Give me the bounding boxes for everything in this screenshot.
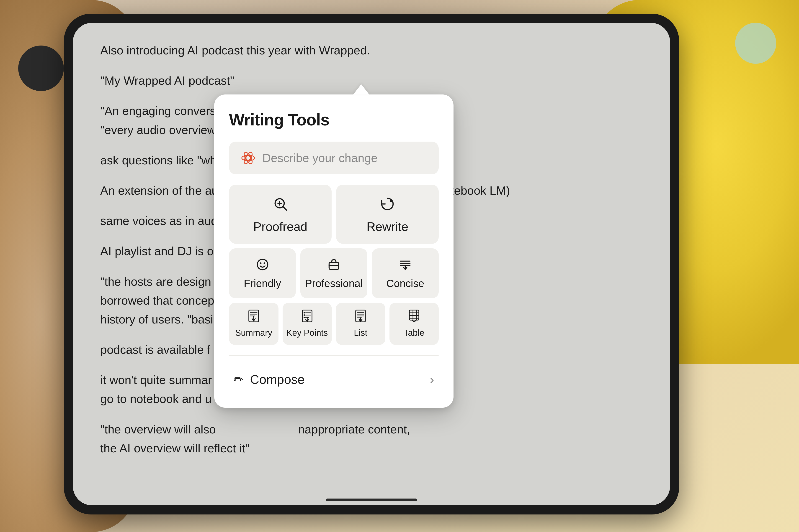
rewrite-icon (379, 196, 395, 214)
friendly-label: Friendly (244, 277, 281, 289)
tablet-screen: Also introducing AI podcast this year wi… (73, 23, 670, 505)
proofread-icon (272, 196, 288, 214)
svg-point-28 (304, 317, 305, 318)
tools-row-1: Proofread Rewrite (229, 185, 439, 244)
rewrite-button[interactable]: Rewrite (336, 185, 439, 244)
list-button[interactable]: List (336, 303, 385, 345)
table-label: Table (404, 327, 424, 339)
list-label: List (354, 327, 367, 339)
svg-point-10 (260, 263, 261, 264)
proofread-button[interactable]: Proofread (229, 185, 332, 244)
key-points-button[interactable]: Key Points (283, 303, 332, 345)
home-indicator (326, 498, 417, 501)
svg-line-5 (283, 207, 287, 210)
concise-icon (399, 258, 412, 273)
popup-title: Writing Tools (229, 110, 439, 129)
popup-caret (353, 84, 369, 94)
svg-point-8 (390, 200, 393, 202)
compose-chevron-icon: › (430, 372, 434, 387)
table-icon (408, 309, 420, 324)
apple-intelligence-icon (240, 150, 256, 166)
svg-point-0 (246, 156, 251, 160)
key-points-label: Key Points (287, 327, 328, 339)
divider (229, 355, 439, 356)
compose-button[interactable]: ✏ Compose › (229, 365, 439, 394)
proofread-label: Proofread (253, 220, 307, 233)
friendly-button[interactable]: Friendly (229, 248, 296, 298)
svg-point-24 (304, 312, 305, 314)
popup-card: Writing Tools Describe your change (214, 94, 454, 408)
tools-row-2: Friendly Professional (229, 248, 439, 298)
tools-row-3: Summary (229, 303, 439, 345)
summary-label: Summary (235, 327, 272, 339)
tools-grid: Proofread Rewrite (229, 185, 439, 345)
compose-left: ✏ Compose (234, 372, 305, 387)
compose-pencil-icon: ✏ (234, 373, 243, 386)
tablet-device: Also introducing AI podcast this year wi… (64, 14, 679, 514)
professional-label: Professional (305, 277, 363, 289)
svg-point-9 (257, 259, 268, 270)
concise-button[interactable]: Concise (372, 248, 439, 298)
key-points-icon (302, 309, 313, 324)
svg-point-11 (264, 263, 265, 264)
concise-label: Concise (386, 277, 424, 289)
svg-point-26 (304, 315, 305, 316)
rewrite-label: Rewrite (366, 220, 408, 233)
compose-label: Compose (250, 372, 305, 387)
summary-button[interactable]: Summary (229, 303, 278, 345)
describe-change-input[interactable]: Describe your change (229, 141, 439, 174)
list-icon (355, 309, 366, 324)
describe-placeholder: Describe your change (262, 151, 378, 165)
friendly-icon (256, 258, 269, 273)
writing-tools-popup: Writing Tools Describe your change (214, 84, 454, 408)
table-button[interactable]: Table (389, 303, 439, 345)
professional-button[interactable]: Professional (301, 248, 367, 298)
professional-icon (327, 258, 341, 273)
summary-icon (248, 309, 259, 324)
